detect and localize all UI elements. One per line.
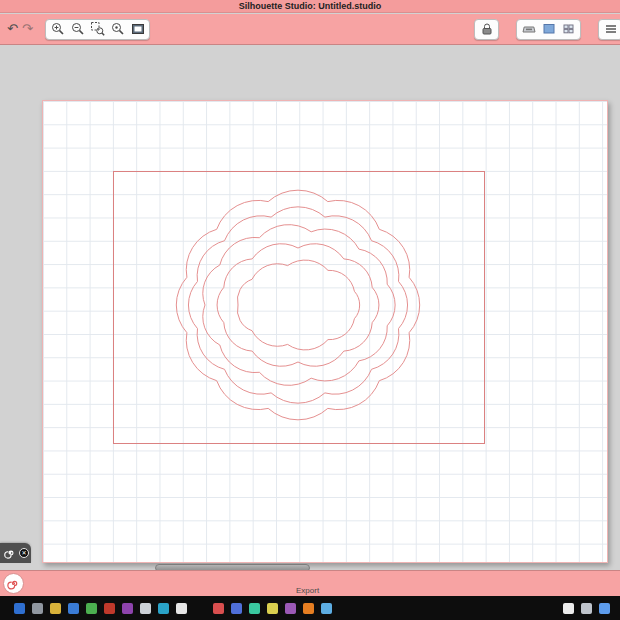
- dock-icon[interactable]: [231, 603, 242, 614]
- zoom-out-icon: [70, 21, 86, 37]
- dock-icon[interactable]: [249, 603, 260, 614]
- lock-icon: [479, 21, 495, 37]
- design-page[interactable]: [42, 100, 608, 563]
- taskbar: [0, 596, 620, 620]
- zoom-out-button[interactable]: [69, 21, 86, 38]
- dock-icon[interactable]: [321, 603, 332, 614]
- export-label: Export: [296, 586, 319, 595]
- zoom-in-button[interactable]: [49, 21, 66, 38]
- dock-icon[interactable]: [213, 603, 224, 614]
- spiral-badge[interactable]: [3, 573, 24, 594]
- dock-icon-group: [213, 603, 332, 614]
- dock-icon-group: [563, 603, 610, 614]
- toolbar: ↶ ↷: [0, 14, 620, 45]
- bottom-bar: Export: [0, 570, 620, 596]
- dock-icon[interactable]: [122, 603, 133, 614]
- dock-icon[interactable]: [303, 603, 314, 614]
- zoom-tools-group: [45, 19, 150, 40]
- dock-icons: [0, 596, 620, 614]
- pan-zoom-icon: [110, 21, 126, 37]
- zoom-in-icon: [50, 21, 66, 37]
- dock-icon[interactable]: [50, 603, 61, 614]
- library-tab[interactable]: ✕: [0, 543, 31, 563]
- dock-icon[interactable]: [68, 603, 79, 614]
- pan-zoom-button[interactable]: [109, 21, 126, 38]
- fit-page-icon: [130, 21, 146, 37]
- drag-zoom-icon: [90, 21, 106, 37]
- window-title: Silhouette Studio: Untitled.studio: [239, 1, 381, 11]
- page-tools-group: [516, 19, 581, 40]
- spiral-logo-icon: [6, 576, 21, 591]
- drag-zoom-button[interactable]: [89, 21, 106, 38]
- close-icon[interactable]: ✕: [19, 548, 29, 558]
- menu-lines-icon: [603, 21, 619, 37]
- dock-icon[interactable]: [158, 603, 169, 614]
- dock-icon[interactable]: [267, 603, 278, 614]
- grid-icon: [561, 21, 577, 37]
- grid-settings-button[interactable]: [560, 21, 577, 38]
- fit-page-button[interactable]: [129, 21, 146, 38]
- shapes-svg[interactable]: [43, 101, 609, 564]
- title-bar: Silhouette Studio: Untitled.studio: [0, 0, 620, 13]
- dock-icon[interactable]: [599, 603, 610, 614]
- panel-menu-group: [598, 19, 620, 40]
- dock-icon[interactable]: [140, 603, 151, 614]
- lock-button[interactable]: [478, 21, 495, 38]
- page-setup-button[interactable]: [540, 21, 557, 38]
- menu-button[interactable]: [602, 21, 619, 38]
- redo-button[interactable]: ↷: [20, 19, 35, 39]
- dock-icon[interactable]: [104, 603, 115, 614]
- send-to-machine-button[interactable]: [520, 21, 537, 38]
- toolbar-right: [464, 19, 615, 40]
- lock-group: [474, 19, 499, 40]
- dock-icon[interactable]: [285, 603, 296, 614]
- workspace: ✕: [0, 46, 620, 570]
- dock-icon[interactable]: [14, 603, 25, 614]
- dock-icon[interactable]: [563, 603, 574, 614]
- cutting-machine-icon: [521, 21, 537, 37]
- page-setup-icon: [541, 21, 557, 37]
- dock-icon[interactable]: [176, 603, 187, 614]
- dock-icon-group: [14, 603, 187, 614]
- undo-button[interactable]: ↶: [5, 19, 20, 39]
- dock-icon[interactable]: [581, 603, 592, 614]
- dock-icon[interactable]: [32, 603, 43, 614]
- spiral-icon: [3, 546, 17, 560]
- dock-icon[interactable]: [86, 603, 97, 614]
